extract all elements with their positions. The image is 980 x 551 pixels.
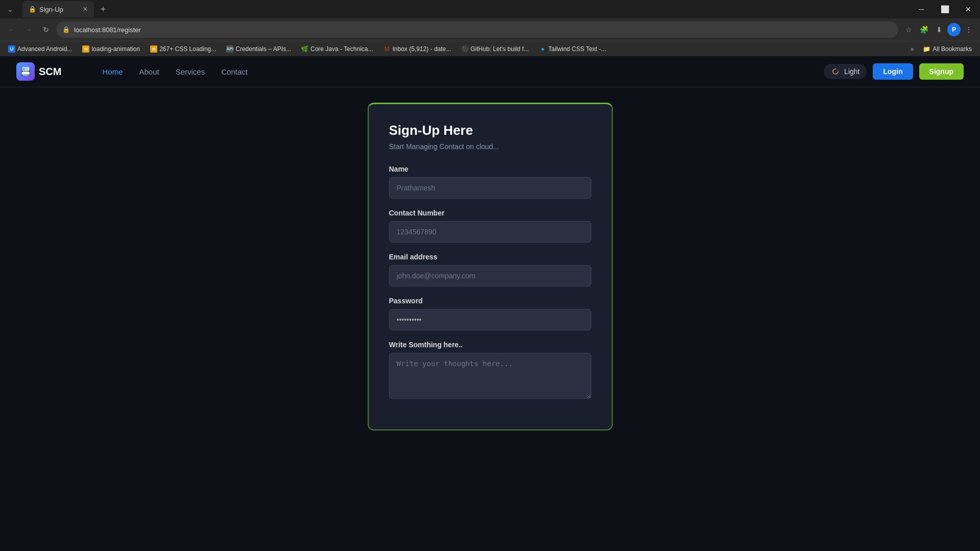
logo-icon: 📇: [16, 62, 35, 81]
nav-services[interactable]: Services: [176, 67, 205, 76]
contact-label: Contact Number: [389, 209, 591, 217]
url-text: localhost:8081/register: [74, 26, 141, 34]
bookmark-favicon-github: ⚫: [461, 45, 468, 53]
name-input[interactable]: [389, 177, 591, 199]
nav-actions: Light Login Signup: [824, 63, 964, 80]
email-input[interactable]: [389, 265, 591, 286]
theme-icon: [831, 67, 840, 76]
bookmark-label-api: Credentials – APIs...: [235, 45, 291, 53]
logo-text: SCM: [39, 66, 61, 78]
folder-icon: 📁: [923, 45, 930, 53]
bookmark-gmail[interactable]: M Inbox (5,912) - date...: [379, 44, 456, 54]
nav-contact[interactable]: Contact: [221, 67, 248, 76]
bookmark-favicon-css: H: [150, 45, 157, 53]
bookmark-java[interactable]: 🌿 Core Java - Technica...: [297, 44, 377, 54]
email-field-group: Email address: [389, 253, 591, 286]
bookmark-label-loading: loading-animation: [91, 45, 140, 53]
nav-about[interactable]: About: [139, 67, 159, 76]
bookmark-github[interactable]: ⚫ GitHub: Let's build f...: [457, 44, 533, 54]
card-title: Sign-Up Here: [389, 123, 591, 138]
extension-btn[interactable]: 🧩: [917, 22, 931, 37]
theme-label: Light: [844, 67, 859, 76]
contact-field-group: Contact Number: [389, 209, 591, 243]
bookmark-favicon-gmail: M: [384, 45, 391, 53]
password-input[interactable]: [389, 309, 591, 330]
bookmark-favicon-api: API: [226, 45, 233, 53]
bookmark-android[interactable]: U Advanced Android...: [4, 44, 76, 54]
password-field-group: Password: [389, 297, 591, 330]
name-field-group: Name: [389, 165, 591, 199]
bookmark-label-css: 267+ CSS Loading...: [159, 45, 216, 53]
moon-icon: [832, 68, 839, 75]
bookmark-favicon-loading: H: [82, 45, 89, 53]
profile-avatar[interactable]: P: [947, 23, 961, 36]
bookmark-favicon-android: U: [8, 45, 15, 53]
minimize-btn[interactable]: ─: [910, 2, 933, 16]
main-content: Sign-Up Here Start Managing Contact on c…: [0, 87, 980, 446]
bookmark-label-tailwind: Tailwind CSS Text -...: [548, 45, 606, 53]
tab-list-btn[interactable]: ⌄: [4, 3, 16, 15]
name-label: Name: [389, 165, 591, 173]
bookmark-loading-anim[interactable]: H loading-animation: [78, 44, 144, 54]
contact-input[interactable]: [389, 221, 591, 243]
reload-btn[interactable]: ↻: [39, 22, 53, 37]
back-btn[interactable]: ←: [4, 22, 18, 37]
bookmark-label-java: Core Java - Technica...: [310, 45, 373, 53]
nav-home[interactable]: Home: [102, 67, 123, 76]
bookmark-label-android: Advanced Android...: [17, 45, 72, 53]
bookmark-favicon-java: 🌿: [301, 45, 308, 53]
signup-btn[interactable]: Signup: [919, 63, 964, 80]
nav-links: Home About Services Contact: [102, 67, 247, 76]
textarea-label: Write Somthing here..: [389, 341, 591, 349]
tab-favicon: 🔒: [29, 6, 36, 13]
bookmark-label-github: GitHub: Let's build f...: [470, 45, 529, 53]
bookmark-btn[interactable]: ☆: [901, 22, 916, 37]
tab-title: Sign-Up: [39, 6, 80, 13]
bookmark-label-gmail: Inbox (5,912) - date...: [393, 45, 451, 53]
forward-btn[interactable]: →: [21, 22, 36, 37]
close-btn[interactable]: ✕: [957, 2, 980, 16]
lock-icon: 🔒: [62, 26, 70, 33]
login-btn[interactable]: Login: [873, 63, 913, 80]
bookmark-favicon-tailwind: ●: [539, 45, 546, 53]
menu-btn[interactable]: ⋮: [962, 22, 976, 37]
password-label: Password: [389, 297, 591, 305]
email-label: Email address: [389, 253, 591, 261]
bookmarks-more-btn[interactable]: »: [907, 44, 917, 54]
card-subtitle: Start Managing Contact on cloud...: [389, 142, 591, 151]
svg-point-1: [835, 69, 838, 72]
logo-area[interactable]: 📇 SCM: [16, 62, 61, 81]
all-bookmarks-label: All Bookmarks: [933, 45, 972, 53]
all-bookmarks-btn[interactable]: 📁 All Bookmarks: [919, 44, 976, 54]
signup-card: Sign-Up Here Start Managing Contact on c…: [368, 103, 613, 430]
address-bar[interactable]: 🔒 localhost:8081/register: [56, 21, 898, 38]
bookmark-tailwind[interactable]: ● Tailwind CSS Text -...: [535, 44, 610, 54]
bookmark-css-loading[interactable]: H 267+ CSS Loading...: [146, 44, 220, 54]
navbar: 📇 SCM Home About Services Contact Light …: [0, 56, 980, 87]
new-tab-btn[interactable]: +: [96, 2, 110, 16]
textarea-field-group: Write Somthing here..: [389, 341, 591, 401]
download-btn[interactable]: ⬇: [932, 22, 946, 37]
tab-close-btn[interactable]: ✕: [83, 6, 88, 13]
thoughts-textarea[interactable]: [389, 353, 591, 399]
maximize-btn[interactable]: ⬜: [933, 2, 957, 16]
theme-toggle-btn[interactable]: Light: [824, 64, 867, 79]
bookmark-api[interactable]: API Credentials – APIs...: [222, 44, 295, 54]
active-tab[interactable]: 🔒 Sign-Up ✕: [22, 1, 94, 17]
